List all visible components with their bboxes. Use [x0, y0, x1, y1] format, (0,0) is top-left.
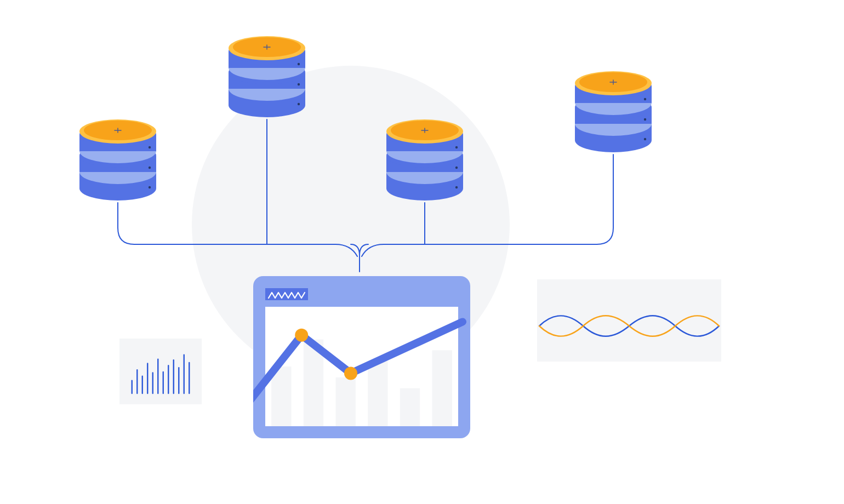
- svg-point-25: [298, 83, 300, 85]
- database-3: [384, 117, 466, 207]
- database-4: [572, 69, 654, 159]
- dashboard-icon: [253, 276, 470, 438]
- svg-point-77: [344, 366, 357, 380]
- svg-point-26: [298, 103, 300, 105]
- svg-point-38: [455, 167, 458, 169]
- svg-point-37: [455, 146, 458, 148]
- svg-point-11: [149, 146, 151, 148]
- svg-point-51: [644, 118, 646, 121]
- mini-bar-chart-icon: [119, 339, 202, 404]
- svg-rect-75: [432, 350, 452, 426]
- wave-chart-icon: [537, 279, 721, 362]
- svg-point-12: [149, 167, 151, 169]
- svg-point-24: [298, 63, 300, 65]
- wave-panel: [537, 279, 721, 364]
- svg-point-50: [644, 98, 646, 100]
- mini-bar-panel: [119, 339, 202, 406]
- svg-rect-72: [335, 377, 355, 426]
- database-2: [226, 34, 308, 124]
- svg-rect-66: [537, 279, 721, 362]
- svg-point-13: [149, 186, 151, 188]
- svg-point-76: [295, 329, 308, 342]
- diagram-stage: [0, 0, 844, 504]
- database-icon: [384, 117, 466, 205]
- dashboard-window: [253, 276, 470, 440]
- svg-rect-74: [400, 388, 420, 426]
- svg-point-52: [644, 138, 646, 140]
- database-icon: [226, 34, 308, 122]
- svg-rect-73: [368, 361, 387, 426]
- database-icon: [77, 117, 159, 205]
- database-icon: [572, 69, 654, 157]
- svg-point-39: [455, 186, 458, 188]
- database-1: [77, 117, 159, 207]
